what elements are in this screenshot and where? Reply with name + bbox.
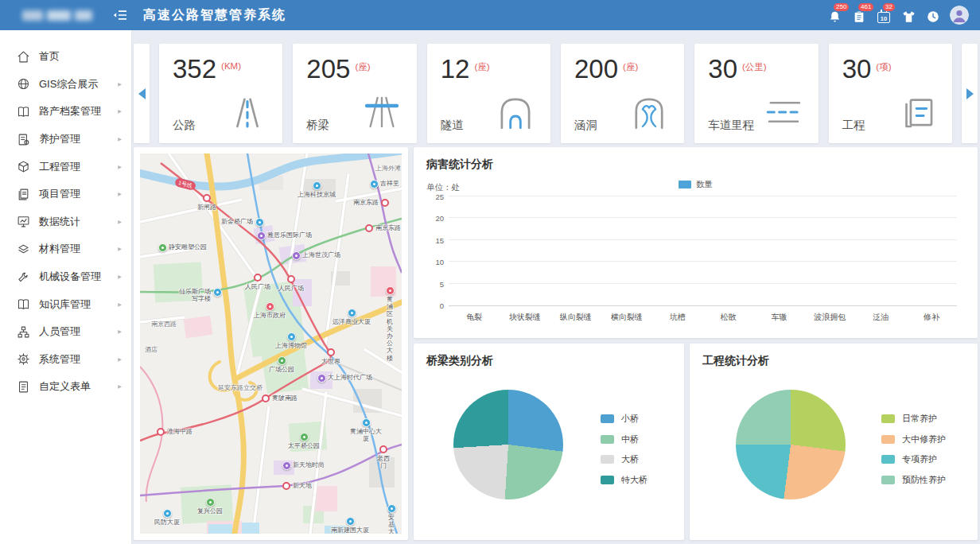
tunnel-icon <box>494 95 537 133</box>
clock-icon[interactable] <box>925 6 941 24</box>
legend-item[interactable]: 中桥 <box>601 429 648 450</box>
map-panel: 上海外滩1号线新闸路上海科技京城吉祥里南京东路南京东路新金桥广场雅居乐国际广场静… <box>134 147 408 540</box>
project-pie-chart[interactable] <box>736 390 846 499</box>
map-base-layer <box>140 153 402 534</box>
map-poi-icon[interactable] <box>292 251 301 260</box>
legend-label: 中桥 <box>621 433 639 445</box>
map-poi-icon[interactable] <box>255 218 264 227</box>
map-poi-label: 静安雕塑公园 <box>169 243 207 251</box>
map-canvas[interactable]: 上海外滩1号线新闸路上海科技京城吉祥里南京东路南京东路新金桥广场雅居乐国际广场静… <box>140 153 402 534</box>
maintenance-icon <box>17 133 30 146</box>
legend-label: 预防性养护 <box>902 474 946 486</box>
map-poi-label: 人民广场 <box>245 283 270 290</box>
legend-swatch <box>881 455 895 464</box>
chevron-right-icon: ▶ <box>118 219 122 224</box>
map-poi-icon[interactable] <box>282 461 291 470</box>
stat-value: 205 <box>306 56 350 82</box>
metro-station-icon[interactable] <box>262 394 270 402</box>
metro-station-icon[interactable] <box>365 224 373 232</box>
metro-station-icon[interactable] <box>287 275 295 283</box>
cube-icon <box>17 160 30 173</box>
sidebar-item-gear[interactable]: 系统管理▶ <box>0 346 131 374</box>
chevron-right-icon: ▶ <box>118 136 122 142</box>
bar-plot: 0510152025 <box>449 196 957 306</box>
stat-label: 隧道 <box>441 118 464 133</box>
map-poi-label: 吉祥里 <box>380 180 399 187</box>
map-poi-label: 上海市政府 <box>254 312 286 319</box>
sidebar-item-cube[interactable]: 工程管理▶ <box>0 153 131 181</box>
metro-station-icon[interactable] <box>254 274 262 282</box>
map-poi-icon[interactable] <box>163 509 172 518</box>
sidebar-item-project-doc[interactable]: 项目管理▶ <box>0 181 131 208</box>
map-poi-icon[interactable] <box>257 231 266 240</box>
menu-fold-icon[interactable] <box>113 10 127 21</box>
sidebar-item-knowledge[interactable]: 知识库管理▶ <box>0 290 131 318</box>
chevron-right-icon: ▶ <box>118 81 122 87</box>
stat-card-lane: 30(公里)车道里程 <box>694 44 818 143</box>
sidebar-item-monitor[interactable]: 数据统计▶ <box>0 208 131 236</box>
main-content: 352(KM)公路205(座)桥梁12(座)隧道200(座)涵洞30(公里)车道… <box>131 30 980 544</box>
chevron-right-icon: ▶ <box>118 384 122 390</box>
map-poi-label: 黄浦区机关 办公大楼 <box>384 296 396 362</box>
legend-swatch <box>679 181 691 188</box>
sidebar-item-globe[interactable]: GIS综合展示▶ <box>0 71 131 99</box>
stat-unit: (项) <box>876 61 891 73</box>
sidebar-item-form[interactable]: 自定义表单▶ <box>0 373 131 401</box>
sidebar-item-org[interactable]: 人员管理▶ <box>0 318 131 346</box>
map-poi-icon[interactable] <box>387 504 396 513</box>
sidebar-item-wrench[interactable]: 机械设备管理▶ <box>0 263 131 291</box>
map-poi-label: 新金桥广场 <box>221 218 253 225</box>
map-poi-label: 上海世茂广场 <box>302 251 340 258</box>
sidebar-item-label: GIS综合展示 <box>39 77 98 91</box>
map-poi-icon[interactable] <box>362 418 371 427</box>
legend-item[interactable]: 专项养护 <box>881 449 946 470</box>
map-poi-label: 上海科技京城 <box>298 191 336 198</box>
map-poi-icon[interactable] <box>370 180 379 188</box>
sidebar-item-label: 人员管理 <box>39 324 80 339</box>
sidebar-item-label: 养护管理 <box>39 132 80 146</box>
user-avatar[interactable] <box>950 6 969 25</box>
map-poi-icon[interactable] <box>348 309 356 317</box>
map-poi-icon[interactable] <box>300 433 309 441</box>
legend-item[interactable]: 特大桥 <box>601 470 648 491</box>
map-poi-icon[interactable] <box>317 374 326 383</box>
project-icon <box>896 95 939 133</box>
map-poi-icon[interactable] <box>287 332 296 341</box>
stat-unit: (座) <box>355 61 370 73</box>
x-axis-label: 坑槽 <box>652 312 703 323</box>
metro-station-icon[interactable] <box>381 199 389 207</box>
metro-station-icon[interactable] <box>203 194 211 202</box>
sidebar-item-home[interactable]: 首页 <box>0 43 131 71</box>
legend-item[interactable]: 小桥 <box>601 409 648 429</box>
map-poi-icon[interactable] <box>386 286 395 295</box>
legend-item[interactable]: 大桥 <box>601 449 648 470</box>
sidebar-item-maintenance[interactable]: 养护管理▶ <box>0 126 131 153</box>
map-poi-icon[interactable] <box>213 288 222 297</box>
calendar-icon[interactable]: 10 32 <box>876 6 892 24</box>
map-poi-icon[interactable] <box>206 498 215 507</box>
map-poi-icon[interactable] <box>278 356 286 365</box>
bridge-pie-chart[interactable] <box>453 390 563 499</box>
map-poi-icon[interactable] <box>313 181 321 190</box>
map-poi-label: 新天地 <box>293 482 312 489</box>
map-poi-icon[interactable] <box>266 302 274 311</box>
clipboard-icon[interactable]: 461 <box>851 6 867 24</box>
metro-station-icon[interactable] <box>157 428 165 436</box>
project-pie-title: 工程统计分析 <box>702 354 965 368</box>
legend-item[interactable]: 预防性养护 <box>881 470 946 491</box>
metro-station-icon[interactable] <box>282 482 290 490</box>
sidebar-item-book[interactable]: 路产档案管理▶ <box>0 98 131 126</box>
legend-item[interactable]: 日常养护 <box>881 409 946 429</box>
map-poi-icon[interactable] <box>346 517 355 526</box>
map-poi-icon[interactable] <box>158 243 167 252</box>
bar-chart-legend[interactable]: 数量 <box>426 179 965 190</box>
map-poi-label: 南京东路 <box>375 224 401 231</box>
metro-station-icon[interactable] <box>327 348 335 356</box>
theme-tshirt-icon[interactable] <box>900 6 916 24</box>
carousel-next-button[interactable] <box>962 44 978 143</box>
metro-station-icon[interactable] <box>379 445 387 453</box>
carousel-prev-button[interactable] <box>134 44 150 143</box>
legend-item[interactable]: 大中修养护 <box>881 429 946 450</box>
bell-icon[interactable]: 250 <box>826 6 842 24</box>
sidebar-item-layers[interactable]: 材料管理▶ <box>0 235 131 263</box>
